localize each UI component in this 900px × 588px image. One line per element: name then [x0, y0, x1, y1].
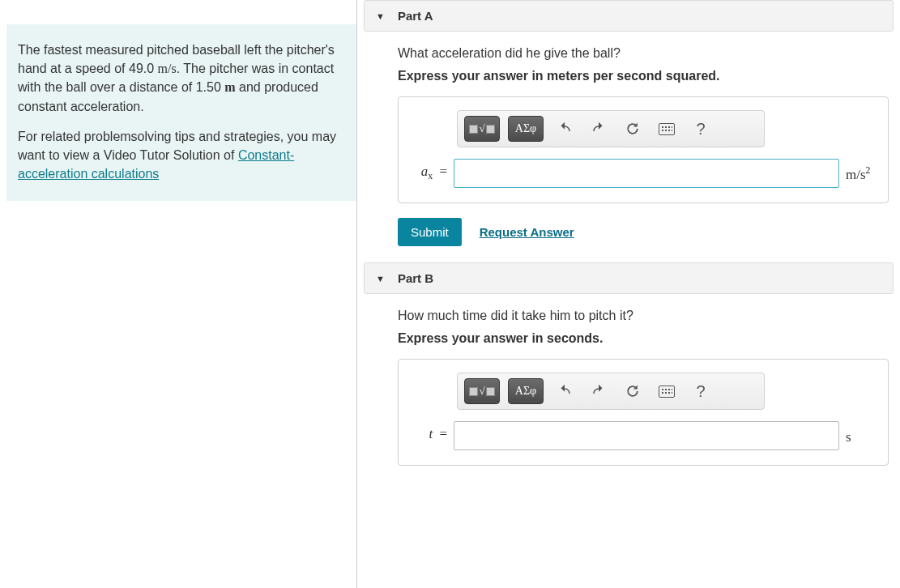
instruction-text: Express your answer in meters per second… — [398, 69, 889, 83]
reset-button[interactable] — [620, 378, 646, 404]
action-row: Submit Request Answer — [398, 218, 889, 246]
answer-panel: √ ΑΣφ — [398, 359, 889, 466]
right-column: ▼ Part A What acceleration did he give t… — [356, 0, 900, 588]
greek-symbols-button[interactable]: ΑΣφ — [508, 116, 544, 142]
help-button[interactable]: ? — [688, 378, 714, 404]
part-title: Part A — [398, 9, 433, 23]
part-a-header[interactable]: ▼ Part A — [364, 0, 894, 32]
part-b-header[interactable]: ▼ Part B — [364, 262, 894, 294]
variable-label: t = — [408, 426, 447, 445]
equation-toolbar: √ ΑΣφ — [457, 110, 765, 147]
keyboard-icon — [659, 386, 675, 398]
submit-button[interactable]: Submit — [398, 218, 462, 246]
intro-unit: m/s — [158, 62, 177, 75]
reset-icon — [625, 121, 641, 137]
templates-button[interactable]: √ — [464, 378, 500, 404]
question-text: How much time did it take him to pitch i… — [398, 309, 889, 323]
answer-input[interactable] — [454, 421, 839, 450]
undo-button[interactable] — [552, 378, 578, 404]
part-b-body: How much time did it take him to pitch i… — [364, 294, 894, 466]
units-label: s — [846, 427, 878, 445]
request-answer-link[interactable]: Request Answer — [480, 225, 574, 239]
undo-icon — [557, 121, 572, 136]
help-button[interactable]: ? — [688, 116, 714, 142]
keyboard-button[interactable] — [654, 116, 680, 142]
part-title: Part B — [398, 271, 433, 285]
redo-button[interactable] — [586, 116, 612, 142]
caret-down-icon: ▼ — [376, 274, 385, 283]
part-a: ▼ Part A What acceleration did he give t… — [364, 0, 894, 246]
answer-input[interactable] — [454, 159, 839, 188]
greek-symbols-button[interactable]: ΑΣφ — [508, 378, 544, 404]
intro-unit: m — [224, 80, 235, 94]
keyboard-icon — [659, 123, 675, 135]
input-row: t = s — [408, 421, 878, 450]
template-root-icon: √ — [469, 122, 494, 135]
redo-button[interactable] — [586, 378, 612, 404]
reset-icon — [625, 383, 641, 399]
page: The fastest measured pitched baseball le… — [0, 0, 900, 588]
variable-label: ax = — [408, 164, 447, 182]
undo-icon — [557, 384, 572, 398]
template-root-icon: √ — [469, 385, 494, 398]
intro-paragraph-2: For related problemsolving tips and stra… — [18, 127, 342, 184]
keyboard-button[interactable] — [654, 378, 680, 404]
problem-intro: The fastest measured pitched baseball le… — [6, 24, 356, 201]
question-text: What acceleration did he give the ball? — [398, 46, 889, 61]
part-b: ▼ Part B How much time did it take him t… — [364, 262, 894, 466]
intro-paragraph-1: The fastest measured pitched baseball le… — [18, 40, 342, 116]
instruction-text: Express your answer in seconds. — [398, 331, 889, 346]
units-label: m/s2 — [846, 164, 878, 183]
reset-button[interactable] — [620, 116, 646, 142]
input-row: ax = m/s2 — [408, 159, 878, 188]
left-column: The fastest measured pitched baseball le… — [0, 0, 356, 588]
undo-button[interactable] — [552, 116, 578, 142]
templates-button[interactable]: √ — [464, 116, 500, 142]
redo-icon — [591, 384, 606, 398]
part-a-body: What acceleration did he give the ball? … — [364, 32, 894, 246]
redo-icon — [591, 121, 606, 136]
answer-panel: √ ΑΣφ — [398, 96, 889, 203]
equation-toolbar: √ ΑΣφ — [457, 373, 765, 410]
caret-down-icon: ▼ — [376, 11, 385, 21]
